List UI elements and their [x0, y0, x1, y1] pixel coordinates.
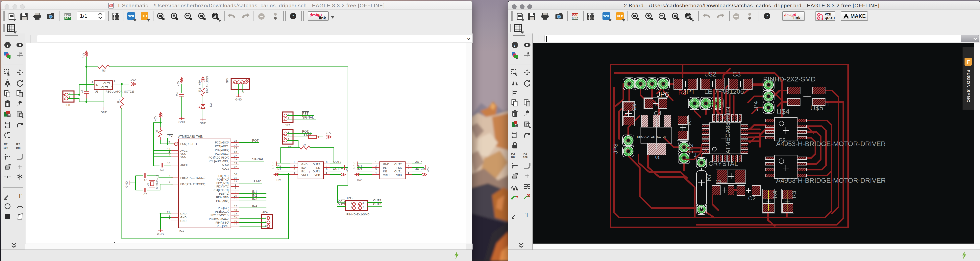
svg-text:VREF: VREF: [301, 173, 309, 177]
svg-text:PB0[ICP]: PB0[ICP]: [218, 206, 229, 209]
svg-text:OUT3M: OUT3M: [415, 167, 425, 171]
svg-text:PINHD-2X2-SMD: PINHD-2X2-SMD: [763, 75, 816, 83]
svg-text:SCR: SCR: [128, 14, 134, 18]
svg-text:OUT1: OUT1: [313, 170, 320, 173]
svg-text:6: 6: [326, 168, 327, 171]
svg-text:C2: C2: [748, 195, 756, 202]
svg-text:3: 3: [169, 214, 170, 217]
svg-text:10k: 10k: [16, 146, 21, 149]
svg-text:R5: R5: [155, 130, 158, 133]
svg-text:U5: U5: [146, 183, 149, 187]
svg-text:C4: C4: [175, 92, 179, 96]
svg-text:RST: RST: [167, 134, 174, 138]
svg-text:+5V: +5V: [326, 131, 331, 135]
svg-text:PB2[SS/OC1B]: PB2[SS/OC1B]: [210, 214, 229, 217]
svg-text:PC3[ADC3]: PC3[ADC3]: [215, 152, 229, 155]
svg-text:R2: R2: [16, 142, 20, 146]
svg-text:+5V: +5V: [177, 81, 180, 86]
svg-text:U$4: U$4: [776, 108, 789, 116]
svg-text:VBB: VBB: [396, 173, 402, 177]
svg-text:PINHD-2X2-SMD: PINHD-2X2-SMD: [346, 213, 369, 216]
svg-text:JP3: JP3: [612, 144, 619, 154]
svg-text:IN3: IN3: [357, 168, 362, 171]
svg-text:ATMEGA88-THIN: ATMEGA88-THIN: [724, 107, 731, 154]
svg-text:PD2[INT0]: PD2[INT0]: [216, 182, 229, 185]
svg-text:SIGNAL: SIGNAL: [252, 158, 264, 161]
svg-text:U$5: U$5: [347, 196, 353, 200]
svg-text:PD4[XCK/T0]: PD4[XCK/T0]: [213, 188, 229, 191]
svg-text:PB4[MISO]: PB4[MISO]: [215, 221, 229, 224]
svg-text:1: 1: [826, 100, 830, 108]
svg-text:ULP: ULP: [617, 14, 623, 18]
svg-text:?: ?: [766, 13, 768, 19]
svg-text:VCC: VCC: [180, 155, 186, 158]
svg-text:R2: R2: [523, 152, 527, 155]
svg-text:i: i: [514, 43, 515, 48]
svg-text:1: 1: [351, 201, 352, 204]
svg-text:10: 10: [234, 194, 237, 197]
svg-text:1: 1: [235, 183, 236, 186]
svg-text:20: 20: [167, 162, 170, 165]
svg-text:28: 28: [234, 158, 237, 161]
svg-text:GND: GND: [271, 163, 275, 169]
svg-text:RST: RST: [302, 112, 309, 115]
svg-text:1: 1: [375, 161, 377, 163]
svg-text:IN4: IN4: [252, 204, 257, 208]
svg-text:C5: C5: [631, 104, 637, 111]
svg-text:2: 2: [293, 164, 295, 167]
svg-text:R2: R2: [511, 152, 515, 155]
svg-text:C5: C5: [80, 90, 83, 93]
svg-text:A4953-H-BRIDGE-MOTOR-DRIVER: A4953-H-BRIDGE-MOTOR-DRIVER: [776, 177, 886, 184]
svg-text:C1: C1: [716, 179, 722, 184]
svg-text:PD3[INT1]: PD3[INT1]: [216, 185, 229, 188]
svg-text:2: 2: [235, 187, 236, 190]
svg-text:5: 5: [169, 218, 170, 221]
svg-text:23: 23: [234, 139, 237, 142]
svg-text:GND: GND: [235, 98, 242, 101]
svg-text:3: 3: [351, 205, 352, 208]
svg-text:OUT4: OUT4: [415, 160, 423, 163]
svg-text:3: 3: [91, 80, 93, 83]
svg-text:PC4[ADC4/SDA]: PC4[ADC4/SDA]: [208, 156, 229, 159]
svg-text:GND: GND: [100, 111, 107, 114]
svg-text:PD5[T1]: PD5[T1]: [219, 192, 229, 195]
svg-text:GND: GND: [426, 166, 429, 172]
svg-text:PC2[ADC2]: PC2[ADC2]: [215, 149, 229, 152]
svg-text:2: 2: [363, 201, 364, 204]
svg-text:SIGNAL: SIGNAL: [302, 116, 314, 119]
svg-text:2: 2: [288, 112, 289, 115]
svg-text:LEDFAB1206: LEDFAB1206: [704, 88, 744, 95]
svg-text:OUT1: OUT1: [395, 170, 402, 173]
svg-text:12: 12: [234, 205, 237, 208]
svg-text:GND: GND: [178, 120, 185, 124]
svg-text:IN1: IN1: [252, 190, 257, 193]
svg-text:16: 16: [234, 219, 237, 222]
svg-text:VREF: VREF: [383, 173, 390, 177]
svg-text:PD1[TXD]: PD1[TXD]: [217, 178, 229, 181]
svg-text:+: +: [308, 170, 310, 174]
svg-text:GND: GND: [157, 233, 164, 236]
svg-text:R7: R7: [307, 131, 311, 135]
svg-text:?: ?: [292, 13, 294, 19]
svg-text:A4953-H-BRIDGE-MOTOR-DRIVER: A4953-H-BRIDGE-MOTOR-DRIVER: [776, 140, 886, 147]
svg-text:+12V: +12V: [81, 53, 84, 60]
svg-text:27: 27: [234, 154, 237, 157]
svg-text:JP2: JP2: [688, 144, 694, 153]
svg-text:2: 2: [288, 134, 289, 137]
svg-text:R1: R1: [686, 117, 692, 125]
svg-text:LSS: LSS: [396, 166, 402, 169]
svg-text:OUT1: OUT1: [103, 82, 110, 85]
svg-text:TEMP: TEMP: [252, 180, 261, 183]
svg-text:VCC: VCC: [180, 152, 186, 155]
svg-text:GND: GND: [125, 181, 128, 188]
svg-text:JP4: JP4: [262, 210, 267, 214]
svg-text:BRD: BRD: [572, 17, 578, 20]
svg-text:AREF: AREF: [180, 163, 188, 167]
svg-text:10k: 10k: [511, 155, 515, 159]
svg-text:ULP: ULP: [142, 14, 148, 18]
svg-text:T: T: [525, 211, 529, 219]
svg-text:32: 32: [234, 180, 237, 183]
svg-text:PB7[XTAL2/TOSC2]: PB7[XTAL2/TOSC2]: [180, 182, 205, 186]
svg-text:17: 17: [234, 223, 237, 226]
svg-text:ATMEGA88-THIN: ATMEGA88-THIN: [178, 135, 203, 138]
